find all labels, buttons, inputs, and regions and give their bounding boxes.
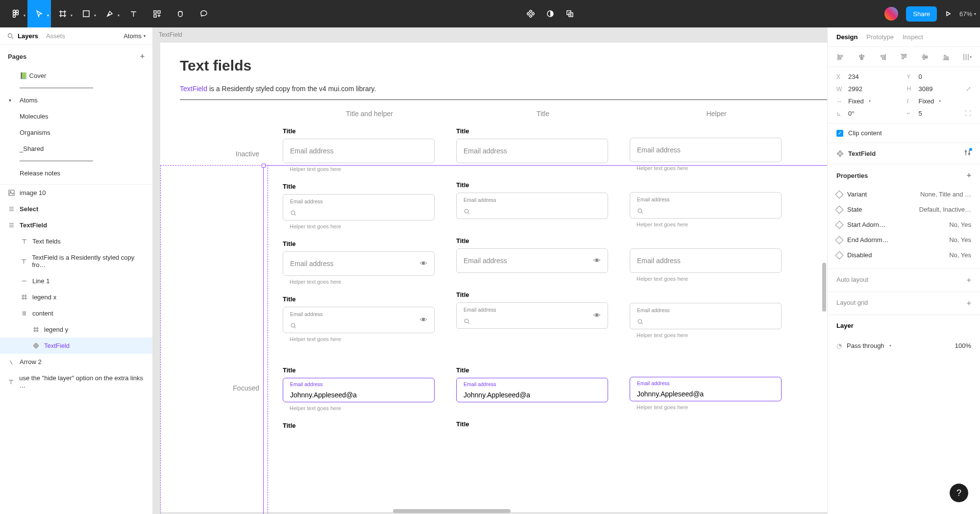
textfield-example: Email address Helper text goes here [630, 238, 803, 282]
layer-image[interactable]: image 10 [0, 185, 152, 201]
text-input[interactable]: Email addressJohnny.Appleseed@a [283, 378, 435, 402]
horizontal-scrollbar[interactable] [393, 509, 511, 513]
align-vcenter-icon[interactable] [920, 52, 930, 62]
component-icon[interactable] [527, 0, 535, 27]
page-item-cover[interactable]: 📗 Cover [0, 68, 152, 84]
clip-content-checkbox[interactable]: ✓ [836, 130, 843, 137]
eye-icon[interactable] [419, 316, 427, 325]
layer-content[interactable]: content [0, 305, 152, 321]
pen-tool-button[interactable]: ▾ [98, 0, 122, 27]
layer-legendy[interactable]: legend y [0, 321, 152, 338]
eye-icon[interactable] [419, 259, 427, 269]
y-value[interactable]: 0 [919, 73, 922, 80]
mask-icon[interactable] [546, 0, 554, 27]
layer-text-fields[interactable]: Text fields [0, 233, 152, 249]
page-item-molecules[interactable]: Molecules [0, 108, 152, 124]
text-input[interactable]: Email address [456, 139, 608, 163]
text-input[interactable]: Email address [630, 303, 782, 329]
svg-point-72 [638, 319, 642, 323]
adjust-icon[interactable] [964, 149, 971, 158]
text-tool-button[interactable] [122, 0, 145, 27]
layer-textfield-component[interactable]: TextField [0, 338, 152, 354]
text-input[interactable]: Email address [630, 138, 782, 162]
tab-inspect[interactable]: Inspect [903, 33, 923, 41]
text-input[interactable]: Email address [630, 248, 782, 273]
layer-arrow2[interactable]: Arrow 2 [0, 354, 152, 370]
align-hcenter-icon[interactable] [857, 52, 866, 62]
user-avatar[interactable] [884, 7, 898, 21]
page-item-organisms[interactable]: Organisms [0, 124, 152, 141]
page-selector[interactable]: Atoms▾ [123, 32, 146, 40]
layer-hide-note[interactable]: use the "hide layer" option on the extra… [0, 370, 152, 393]
vertical-scrollbar[interactable] [822, 263, 826, 312]
add-property-icon[interactable]: + [967, 171, 971, 180]
angle-value[interactable]: 0° [848, 110, 854, 117]
auto-layout-section[interactable]: Auto layout+ [828, 269, 980, 292]
align-bottom-icon[interactable] [941, 52, 951, 62]
layer-textfield[interactable]: TextField [0, 217, 152, 233]
layer-select[interactable]: Select [0, 201, 152, 217]
constrain-icon[interactable]: ⤢ [966, 85, 971, 93]
property-row[interactable]: VariantNone, Title and … [828, 187, 980, 202]
frame-tool-button[interactable]: ▾ [51, 0, 74, 27]
radius-value[interactable]: 5 [919, 110, 922, 117]
text-input[interactable]: Email address [630, 192, 782, 219]
figma-menu-button[interactable]: ▾ [4, 0, 27, 27]
resources-button[interactable] [145, 0, 169, 27]
opacity-value[interactable]: 100% [955, 342, 971, 349]
tab-assets[interactable]: Assets [46, 32, 65, 40]
property-row[interactable]: End Adornm…No, Yes [828, 232, 980, 247]
boolean-icon[interactable]: ▾ [566, 0, 574, 27]
text-input[interactable]: Email address [283, 251, 435, 276]
diamond-icon [835, 205, 844, 214]
tab-prototype[interactable]: Prototype [866, 33, 894, 41]
shape-tool-button[interactable]: ▾ [74, 0, 98, 27]
text-input[interactable]: Email address [283, 307, 435, 333]
hmode-value[interactable]: Fixed [919, 98, 934, 105]
align-right-icon[interactable] [878, 52, 887, 62]
eye-icon[interactable] [593, 311, 601, 320]
share-button[interactable]: Share [906, 6, 937, 22]
move-tool-button[interactable]: ▾ [27, 0, 51, 27]
row-label-focused: Focused [180, 367, 283, 392]
text-input[interactable]: Email address [456, 302, 608, 329]
blend-mode[interactable]: Pass through [847, 342, 884, 349]
layer-legendx[interactable]: legend x [0, 289, 152, 305]
text-input[interactable]: Email address [456, 193, 608, 219]
layer-line1[interactable]: Line 1 [0, 273, 152, 289]
text-input[interactable]: Email addressJohnny.Appleseed@a [630, 377, 782, 401]
comment-tool-button[interactable] [192, 0, 216, 27]
canvas-frame: Text fields TextField is a Residently st… [160, 42, 827, 513]
page-item-shared[interactable]: _Shared [0, 141, 152, 157]
search-icon[interactable] [7, 33, 14, 40]
layer-desc[interactable]: TextField is a Residently styled copy fr… [0, 249, 152, 273]
property-row[interactable]: StateDefault, Inactive… [828, 202, 980, 217]
x-value[interactable]: 234 [848, 73, 859, 80]
help-button[interactable]: ? [950, 484, 968, 502]
wmode-value[interactable]: Fixed [848, 98, 864, 105]
property-row[interactable]: Start Adorn…No, Yes [828, 217, 980, 232]
eye-icon[interactable] [593, 256, 601, 266]
w-value[interactable]: 2992 [848, 85, 862, 93]
text-input[interactable]: Email address [283, 139, 435, 163]
distribute-icon[interactable]: ▾ [962, 52, 972, 62]
text-icon [21, 238, 27, 245]
text-input[interactable]: Email address [456, 248, 608, 273]
page-item-release[interactable]: Release notes [0, 165, 152, 181]
text-input[interactable]: Email address [283, 194, 435, 220]
add-page-icon[interactable]: + [140, 52, 145, 61]
hand-tool-button[interactable] [169, 0, 192, 27]
align-left-icon[interactable] [835, 52, 845, 62]
text-input[interactable]: Email addressJohnny.Appleseed@a [456, 378, 608, 402]
tab-design[interactable]: Design [836, 33, 858, 41]
canvas[interactable]: TextField Text fields TextField is a Res… [153, 27, 827, 514]
corners-icon[interactable]: ⛶ [965, 110, 971, 117]
h-value[interactable]: 3089 [919, 85, 933, 93]
align-top-icon[interactable] [899, 52, 908, 62]
property-row[interactable]: DisabledNo, Yes [828, 247, 980, 263]
tab-layers[interactable]: Layers [18, 32, 38, 40]
present-button[interactable] [945, 0, 952, 27]
layout-grid-section[interactable]: Layout grid+ [828, 292, 980, 315]
page-item-atoms[interactable]: ▾Atoms [0, 92, 152, 108]
zoom-selector[interactable]: 67%▾ [959, 10, 976, 18]
